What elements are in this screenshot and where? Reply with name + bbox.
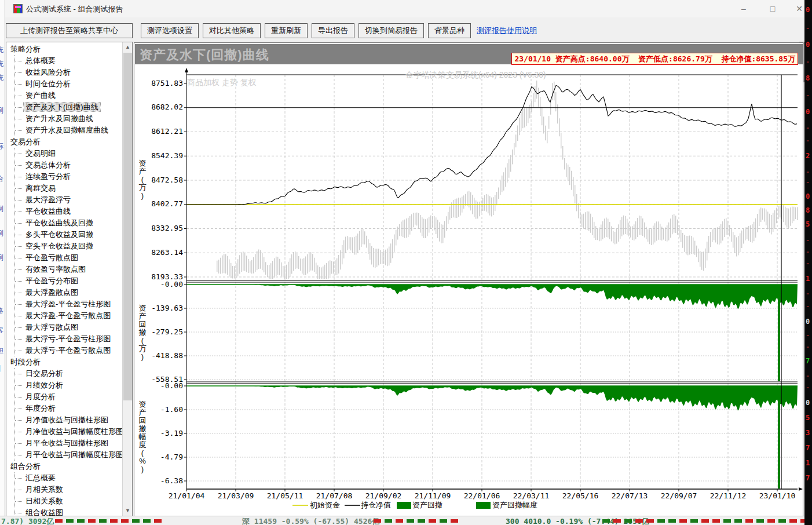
tree-item[interactable]: 组合收益图	[15, 507, 122, 516]
tree-item[interactable]: 月绩效分析	[15, 380, 122, 391]
cursor-info-readout: 23/01/10 资产高点:8640.00万 资产低点:8626.79万 持仓净…	[511, 53, 798, 65]
tree-item[interactable]: 日相关系数	[15, 495, 122, 507]
ticker-trend-dash	[55, 519, 63, 523]
tree-item[interactable]: 月度分析	[15, 391, 122, 403]
report-help-link[interactable]: 测评报告使用说明	[477, 25, 537, 36]
toolbar-button-2[interactable]: 重新刷新	[265, 23, 308, 38]
svg-text:资: 资	[139, 304, 147, 312]
svg-text:-1.60: -1.60	[160, 405, 183, 414]
toolbar-button-3[interactable]: 导出报告	[312, 23, 354, 38]
svg-text:21/09/02: 21/09/02	[365, 491, 402, 500]
tree-item[interactable]: 有效盈亏率散点图	[15, 264, 122, 275]
toolbar-button-5[interactable]: 背景品种	[428, 23, 471, 38]
svg-text:资: 资	[139, 400, 147, 409]
tree-item[interactable]: 最大浮亏-平仓盈亏散点图	[15, 345, 122, 356]
tree-item[interactable]: 日交易分析	[15, 368, 122, 380]
tree-item[interactable]: 月净值收益与回撤柱形图	[15, 414, 122, 426]
tree-item[interactable]: 最大浮盈-平仓盈亏柱形图	[15, 298, 122, 310]
tree-item[interactable]: 月平仓收益与回撤柱形图	[15, 437, 122, 449]
tree-group-3[interactable]: 组合分析	[6, 461, 122, 472]
title-bar: 公式测试系统 - 组合测试报告 – □ ✕	[5, 0, 804, 17]
ticker-trend-dash	[440, 519, 447, 523]
tree-item[interactable]: 交易总体分析	[15, 159, 122, 171]
tree-item[interactable]: 收益风险分析	[15, 67, 122, 78]
report-nav-sidebar: 策略分析总体概要收益风险分析时间仓位分析资产曲线资产及水下(回撤)曲线资产升水及…	[6, 42, 133, 516]
maximize-button[interactable]: □	[764, 2, 781, 15]
svg-text:万: 万	[139, 344, 147, 353]
tree-item[interactable]: 资产曲线	[15, 90, 122, 101]
scroll-down-icon[interactable]: ▼	[123, 506, 133, 516]
tree-item[interactable]: 总体概要	[15, 55, 122, 67]
ticker-trend-dash	[451, 519, 458, 523]
tree-item[interactable]: 最大浮盈-平仓盈亏散点图	[15, 310, 122, 322]
tree-item[interactable]: 平仓收益曲线及回撤	[15, 217, 122, 229]
ticker-trend-dash	[88, 519, 96, 523]
tree-item[interactable]: 年度分析	[15, 403, 122, 414]
tree-item[interactable]: 最大浮亏-平仓盈亏柱形图	[15, 333, 122, 345]
svg-text:8612.21: 8612.21	[151, 127, 183, 136]
tree-item[interactable]: 离群交易	[15, 183, 122, 194]
ticker-trend-dash	[646, 519, 654, 523]
svg-text:撤: 撤	[139, 328, 147, 337]
tree-item[interactable]: 多头平仓收益及回撤	[15, 229, 122, 240]
tree-item[interactable]: 平仓收益曲线	[15, 206, 122, 217]
svg-text:-139.63: -139.63	[151, 304, 183, 312]
asset-drawdown-chart[interactable]: 8751.838682.028612.218542.398472.588402.…	[134, 67, 803, 516]
tree-item[interactable]: 空头平仓收益及回撤	[15, 240, 122, 252]
upload-report-button[interactable]: 上传测评报告至策略共享中心	[6, 23, 133, 38]
tree-group-children: 汇总概要月相关系数日相关系数组合收益图	[14, 472, 122, 516]
svg-text:撤: 撤	[139, 424, 147, 433]
tree-group-children: 日交易分析月绩效分析月度分析年度分析月净值收益与回撤柱形图月净值收益与回撤幅度柱…	[14, 368, 122, 461]
ticker-trend-dash	[800, 519, 804, 523]
tree-item[interactable]: 月净值收益与回撤幅度柱形图	[15, 426, 122, 437]
svg-text:资产回撤: 资产回撤	[412, 501, 442, 509]
minimize-button[interactable]: –	[735, 2, 752, 15]
tree-item[interactable]: 资产及水下(回撤)曲线	[15, 101, 122, 113]
tree-item[interactable]: 资产升水及回撤幅度曲线	[15, 125, 122, 136]
ticker-shenzhen-quote: 深 11459 -0.59% (-67.55) 4526亿	[242, 516, 379, 525]
svg-text:22/03/11: 22/03/11	[513, 491, 550, 500]
svg-text:8751.83: 8751.83	[151, 79, 183, 88]
tree-item[interactable]: 最大浮盈浮亏	[15, 194, 122, 206]
ticker-trend-dash	[66, 519, 74, 523]
tree-item[interactable]: 时间仓位分析	[15, 78, 122, 90]
svg-text:22/07/13: 22/07/13	[612, 491, 648, 500]
svg-text:): )	[141, 191, 144, 200]
tree-item[interactable]: 连续盈亏分析	[15, 171, 122, 183]
tree-item[interactable]: 月平仓收益与回撤幅度柱形图	[15, 449, 122, 461]
svg-text:21/05/11: 21/05/11	[267, 491, 303, 500]
toolbar-button-4[interactable]: 切换到简易报告	[359, 23, 424, 38]
scroll-up-icon[interactable]: ▲	[123, 42, 133, 52]
ticker-trend-dash	[385, 519, 392, 523]
svg-text:%: %	[139, 457, 146, 465]
tree-item[interactable]: 汇总概要	[15, 472, 122, 484]
ticker-trend-dash	[624, 519, 632, 523]
ticker-trend-dash	[154, 519, 162, 523]
tree-item[interactable]: 最大浮亏散点图	[15, 322, 122, 333]
ticker-trend-dash	[657, 519, 665, 523]
background-window-left-edge: 统统统例标合例例例略客胆丨	[0, 0, 5, 525]
svg-text:初始资金: 初始资金	[310, 501, 340, 509]
tree-group-1[interactable]: 交易分析	[6, 136, 122, 148]
svg-text:幅: 幅	[139, 432, 147, 441]
tree-group-0[interactable]: 策略分析	[6, 43, 122, 55]
close-button[interactable]: ✕	[791, 2, 808, 15]
tree-item[interactable]: 资产升水及回撤曲线	[15, 113, 122, 125]
sidebar-scrollbar[interactable]: ▲ ▼	[122, 42, 132, 516]
toolbar-button-0[interactable]: 测评选项设置	[141, 23, 199, 38]
tree-item[interactable]: 平仓盈亏散点图	[15, 252, 122, 264]
ticker-trend-dash	[99, 519, 107, 523]
ticker-trend-dash	[374, 519, 381, 523]
ticker-trend-dash	[701, 519, 709, 523]
ticker-trend-dash	[602, 519, 610, 523]
svg-text:回: 回	[139, 416, 147, 425]
tree-item[interactable]: 最大浮盈散点图	[15, 287, 122, 298]
tree-item[interactable]: 月相关系数	[15, 484, 122, 495]
toolbar-button-1[interactable]: 对比其他策略	[203, 23, 261, 38]
scrollbar-thumb[interactable]	[123, 53, 132, 400]
tree-item[interactable]: 交易明细	[15, 148, 122, 159]
tree-item[interactable]: 平仓盈亏分布图	[15, 275, 122, 287]
ticker-trend-dash	[789, 519, 797, 523]
tree-group-children: 交易明细交易总体分析连续盈亏分析离群交易最大浮盈浮亏平仓收益曲线平仓收益曲线及回…	[14, 148, 122, 356]
tree-group-2[interactable]: 时段分析	[6, 356, 122, 368]
